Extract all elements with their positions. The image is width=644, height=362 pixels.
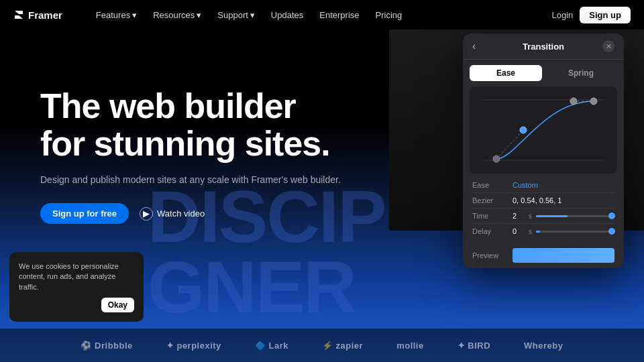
partner-perplexity: ✦ perplexity	[166, 341, 221, 351]
navbar: Framer Features ▾ Resources ▾ Support ▾ …	[0, 0, 644, 29]
delay-unit: s	[529, 228, 532, 235]
modal-back-button[interactable]: ‹	[472, 40, 476, 52]
time-slider-fill	[536, 215, 568, 217]
login-button[interactable]: Login	[552, 10, 574, 20]
svg-point-4	[493, 156, 500, 162]
bezier-curve-svg	[470, 86, 617, 174]
time-row: Time 2 s	[472, 208, 614, 224]
transition-modal: ‹ Transition ✕ Ease Spring Ease Custo	[463, 34, 624, 268]
preview-label: Preview	[472, 251, 513, 259]
modal-properties: Ease Custom Bezier 0, 0.54, 0.56, 1 Time…	[463, 174, 624, 243]
svg-point-6	[570, 98, 577, 105]
delay-slider-thumb	[608, 228, 615, 235]
ease-value[interactable]: Custom	[513, 181, 538, 189]
delay-slider-fill	[536, 231, 540, 233]
delay-label: Delay	[472, 227, 513, 235]
logo[interactable]: Framer	[13, 9, 62, 21]
partner-bird: ✦ BIRD	[458, 341, 490, 351]
bezier-row: Bezier 0, 0.54, 0.56, 1	[472, 193, 614, 208]
partner-lark: 🔷 Lark	[255, 341, 288, 351]
time-unit: s	[529, 213, 532, 220]
cta-signup-button[interactable]: Sign up for free	[40, 203, 129, 224]
nav-resources[interactable]: Resources ▾	[146, 7, 208, 23]
time-value: 2	[513, 212, 525, 220]
delay-row: Delay 0 s	[472, 224, 614, 239]
svg-point-7	[590, 98, 597, 105]
modal-header: ‹ Transition ✕	[463, 34, 624, 60]
partner-whereby: Whereby	[524, 341, 563, 351]
chevron-down-icon: ▾	[197, 10, 201, 20]
modal-title: Transition	[523, 42, 564, 52]
delay-slider-group: 0 s	[513, 227, 614, 235]
hero-headline: The web builder for stunning sites.	[40, 87, 341, 162]
ease-label: Ease	[472, 181, 513, 189]
hero-subtext: Design and publish modern sites at any s…	[40, 173, 341, 187]
signup-button[interactable]: Sign up	[580, 7, 631, 23]
nav-support[interactable]: Support ▾	[211, 7, 262, 23]
partner-zapier: ⚡ zapier	[322, 341, 363, 351]
preview-animation-bar[interactable]	[513, 248, 614, 263]
nav-right: Login Sign up	[552, 7, 631, 23]
nav-pricing[interactable]: Pricing	[369, 7, 409, 23]
partner-dribbble: ⚽ Dribbble	[80, 341, 132, 351]
bezier-value[interactable]: 0, 0.54, 0.56, 1	[513, 196, 614, 204]
cookie-text: We use cookies to personalize content, r…	[19, 261, 134, 292]
logo-text: Framer	[28, 9, 62, 21]
chevron-down-icon: ▾	[132, 10, 137, 20]
cookie-banner: We use cookies to personalize content, r…	[9, 252, 144, 322]
nav-links: Features ▾ Resources ▾ Support ▾ Updates…	[89, 7, 409, 23]
time-slider-group: 2 s	[513, 212, 614, 220]
framer-logo-icon	[13, 9, 24, 20]
hero-section: The web builder for stunning sites. Desi…	[40, 87, 341, 224]
preview-row: Preview	[463, 243, 624, 268]
hero-buttons: Sign up for free ▶ Watch video	[40, 203, 341, 224]
modal-tabs: Ease Spring	[463, 60, 624, 86]
play-icon: ▶	[140, 207, 153, 221]
delay-slider[interactable]	[536, 231, 614, 233]
tab-spring[interactable]: Spring	[545, 65, 617, 81]
bezier-curve-canvas[interactable]	[470, 86, 617, 174]
nav-updates[interactable]: Updates	[264, 7, 310, 23]
nav-features[interactable]: Features ▾	[89, 7, 144, 23]
nav-enterprise[interactable]: Enterprise	[313, 7, 366, 23]
time-slider[interactable]	[536, 215, 614, 217]
tab-ease[interactable]: Ease	[470, 65, 542, 81]
watch-video-button[interactable]: ▶ Watch video	[140, 207, 205, 221]
svg-point-5	[520, 127, 527, 133]
cookie-okay-button[interactable]: Okay	[101, 298, 134, 312]
time-label: Time	[472, 212, 513, 220]
modal-close-button[interactable]: ✕	[602, 40, 614, 52]
partners-bar: ⚽ Dribbble ✦ perplexity 🔷 Lark ⚡ zapier …	[0, 328, 644, 362]
ease-row: Ease Custom	[472, 178, 614, 193]
chevron-down-icon: ▾	[250, 10, 255, 20]
bezier-label: Bezier	[472, 196, 513, 204]
delay-value: 0	[513, 227, 525, 235]
partner-mollie: mollie	[396, 341, 424, 351]
time-slider-thumb	[608, 213, 615, 219]
